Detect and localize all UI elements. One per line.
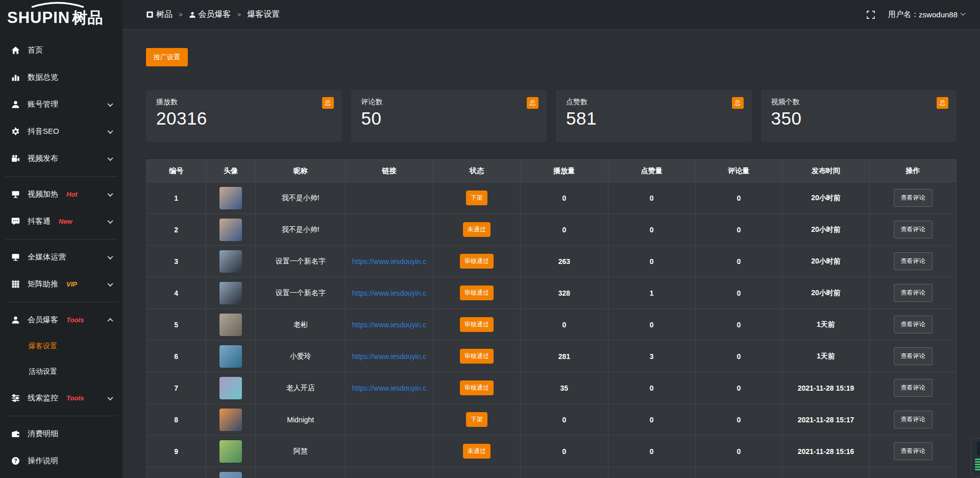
avatar — [219, 282, 242, 304]
cell-comments: 0 — [695, 372, 782, 404]
video-link[interactable]: https://www.iesdouyin.c — [352, 257, 427, 266]
video-link[interactable]: https://www.iesdouyin.c — [352, 352, 427, 361]
cell-plays: 0 — [521, 436, 608, 467]
total-badge: 总 — [322, 97, 334, 109]
view-comments-button[interactable]: 查看评论 — [894, 379, 933, 397]
cell-nickname: 阿慧 — [256, 436, 346, 467]
sidebar: SHUPIN 树品 首页数据总览账号管理抖音SEO视频发布视频加热Hot抖客通N… — [0, 0, 122, 478]
cell-number: 2 — [146, 214, 206, 246]
view-comments-button[interactable]: 查看评论 — [894, 284, 933, 302]
cell-link — [346, 436, 433, 467]
sidebar-subitem-baoke-setting[interactable]: 爆客设置 — [0, 333, 122, 359]
sidebar-item-video-heat[interactable]: 视频加热Hot — [0, 181, 122, 208]
stat-card-label: 播放数 — [156, 98, 332, 107]
cell-publish-time: 2021-11-28 15:16 — [782, 436, 869, 467]
sidebar-item-label: 消费明细 — [28, 429, 58, 439]
sidebar-item-data-overview[interactable]: 数据总览 — [0, 64, 122, 91]
breadcrumb-separator: > — [237, 11, 241, 18]
main-area: 树品 > 会员爆客 > 爆客设置 用户名： zswodun88 — [122, 0, 980, 478]
sidebar-item-label: 抖音SEO — [28, 127, 59, 136]
chevron-up-icon — [107, 318, 113, 323]
cell-nickname: 我不是小帅! — [256, 182, 346, 214]
video-link[interactable]: https://www.iesdouyin.c — [352, 384, 427, 392]
sidebar-item-douketong[interactable]: 抖客通New — [0, 208, 122, 235]
avatar — [219, 472, 242, 478]
view-comments-button[interactable]: 查看评论 — [894, 316, 933, 333]
sidebar-item-clue-monitor[interactable]: 线索监控Tools — [0, 385, 122, 412]
view-comments-button[interactable]: 查看评论 — [894, 189, 933, 207]
view-comments-button[interactable]: 查看评论 — [894, 442, 933, 460]
table-header-cell: 昵称 — [256, 160, 346, 182]
avatar — [219, 345, 242, 368]
cell-comments: 0 — [695, 404, 782, 436]
chevron-down-icon — [107, 101, 113, 106]
sidebar-item-badge: New — [59, 218, 72, 225]
promo-settings-button[interactable]: 推广设置 — [146, 48, 188, 66]
cell-link: https://www.iesdouyin.c — [346, 309, 433, 341]
view-comments-button[interactable]: 查看评论 — [894, 252, 933, 270]
sidebar-item-operation-guide[interactable]: ?操作说明 — [0, 447, 122, 474]
bar-chart-icon — [11, 73, 20, 82]
breadcrumb-item-shupin[interactable]: 树品 — [146, 9, 173, 20]
user-menu[interactable]: 用户名： zswodun88 — [888, 10, 965, 19]
cell-likes: 0 — [608, 246, 695, 277]
cell-likes: 0 — [608, 309, 695, 341]
view-comments-button[interactable]: 查看评论 — [894, 221, 933, 238]
status-badge: 审核通过 — [460, 317, 494, 332]
cell-nickname: 我不是小帅! — [256, 214, 346, 246]
video-camera-icon — [11, 154, 20, 163]
topbar-right: 用户名： zswodun88 — [867, 10, 965, 19]
video-link[interactable]: https://www.iesdouyin.c — [352, 321, 427, 329]
view-comments-button[interactable]: 查看评论 — [894, 411, 933, 428]
sidebar-divider — [5, 239, 117, 240]
sidebar-item-badge: VIP — [66, 280, 77, 288]
sidebar-item-account-manage[interactable]: 账号管理 — [0, 91, 122, 118]
table-header-cell: 状态 — [433, 160, 520, 182]
cell-status: 下架 — [433, 404, 520, 436]
sidebar-item-douyin-seo[interactable]: 抖音SEO — [0, 118, 122, 145]
sidebar-item-label: 线索监控 — [28, 393, 58, 403]
breadcrumb-item-member[interactable]: 会员爆客 — [189, 9, 231, 20]
cell-number: 3 — [146, 246, 206, 277]
cell-number — [146, 467, 206, 478]
video-link[interactable]: https://www.iesdouyin.c — [352, 289, 427, 297]
cell-action: 查看评论 — [870, 246, 957, 277]
total-badge: 总 — [527, 97, 538, 109]
sidebar-item-member-baoke[interactable]: 会员爆客Tools — [0, 306, 122, 333]
sidebar-item-matrix-boost[interactable]: 矩阵助推VIP — [0, 271, 122, 298]
service-widget-handle — [977, 442, 980, 456]
table-row: 6小爱玲https://www.iesdouyin.c审核通过281301天前查… — [146, 341, 957, 372]
sidebar-item-home[interactable]: 首页 — [0, 37, 122, 64]
table-row: 4设置一个新名字https://www.iesdouyin.c审核通过32810… — [146, 277, 957, 309]
chevron-down-icon — [107, 253, 113, 259]
sidebar-item-media-operation[interactable]: 全媒体运营 — [0, 244, 122, 271]
cell-status: 未通过 — [433, 436, 520, 467]
cell-avatar — [206, 182, 256, 214]
sidebar-item-video-publish[interactable]: 视频发布 — [0, 145, 122, 172]
view-comments-button[interactable]: 查看评论 — [894, 347, 933, 365]
cell-action — [870, 467, 957, 478]
table-row: 8Midnight下架0002021-11-28 15:17查看评论 — [146, 404, 957, 436]
cell-status: 审核通过 — [433, 372, 520, 404]
sidebar-subitem-activity-setting[interactable]: 活动设置 — [0, 359, 122, 385]
svg-text:?: ? — [14, 458, 17, 464]
table-header-cell: 发布时间 — [782, 160, 869, 182]
service-widget[interactable] — [971, 438, 980, 477]
cell-status: 审核通过 — [433, 309, 520, 341]
cell-action: 查看评论 — [870, 277, 957, 309]
sidebar-item-expense-detail[interactable]: 消费明细 — [0, 420, 122, 447]
cell-status: 下架 — [433, 182, 520, 214]
cell-nickname: 老人开店 — [256, 372, 346, 404]
cell-nickname: Midnight — [256, 404, 346, 436]
table-row: 2我不是小帅!未通过00020小时前查看评论 — [146, 214, 957, 246]
cell-publish-time: 1天前 — [782, 341, 869, 372]
videos-table-wrap: 编号头像昵称链接状态播放量点赞量评论量发布时间操作 1我不是小帅!下架00020… — [146, 159, 957, 478]
cell-avatar — [206, 341, 256, 372]
cell-comments — [695, 467, 782, 478]
cell-comments: 0 — [695, 341, 782, 372]
status-badge: 审核通过 — [460, 285, 494, 300]
sidebar-item-label: 操作说明 — [28, 456, 58, 466]
cell-plays: 35 — [521, 372, 608, 404]
username: zswodun88 — [919, 10, 958, 19]
fullscreen-icon[interactable] — [867, 11, 875, 19]
